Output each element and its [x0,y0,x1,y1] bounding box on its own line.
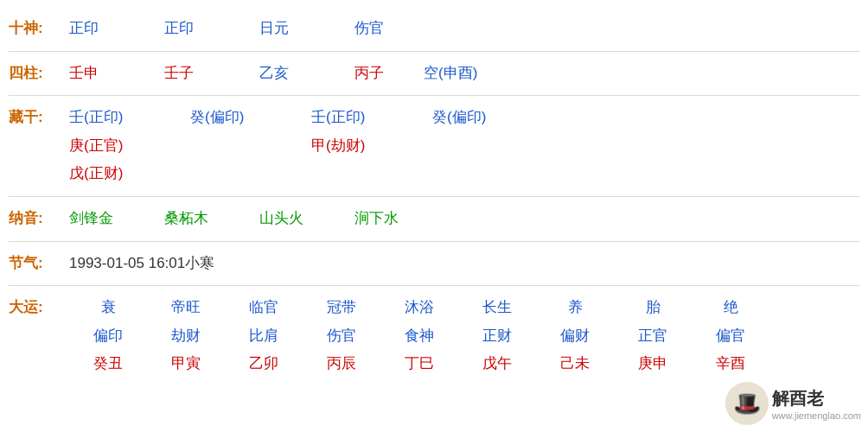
nayin-item-2: 山头火 [259,206,354,232]
sizhu-item-0: 壬申 [69,60,164,87]
dayun-row-2: 癸丑 甲寅 乙卯 丙辰 丁巳 戊午 己未 庚申 辛酉 [69,351,859,378]
dayun-r1-4: 食神 [380,323,458,350]
dayun-r1-8: 偏官 [692,323,769,350]
dayun-r1-5: 正财 [458,323,536,350]
shishen-label: 十神: [9,16,69,42]
jieqi-section: 节气: 1993-01-05 16:01小寒 [0,244,868,284]
dayun-content: 衰 帝旺 临官 冠带 沐浴 长生 养 胎 绝 偏印 劫财 比肩 伤官 食神 正财… [69,295,859,378]
jieqi-content: 1993-01-05 16:01小寒 [69,251,859,277]
divider-3 [9,196,859,197]
sizhu-item-3: 丙子 [354,60,424,87]
zanggan-r0-2: 壬(正印) [311,105,432,131]
dayun-row-0: 衰 帝旺 临官 冠带 沐浴 长生 养 胎 绝 [69,295,859,321]
nayin-item-1: 桑柘木 [164,206,259,232]
dayun-r0-2: 临官 [225,295,303,321]
watermark: 🎩 解酉老 www.jiemenglao.com [725,382,861,425]
shishen-content: 正印 正印 日元 伤官 [69,16,859,42]
dayun-r0-3: 冠带 [303,295,380,321]
nayin-item-0: 剑锋金 [69,206,164,232]
sizhu-label: 四柱: [9,60,69,87]
zanggan-r0-0: 壬(正印) [69,105,190,131]
dayun-r1-0: 偏印 [69,323,147,350]
dayun-r0-8: 绝 [692,295,769,321]
dayun-r0-5: 长生 [458,295,536,321]
dayun-r2-2: 乙卯 [225,351,303,378]
watermark-sub-text: www.jiemenglao.com [772,410,861,421]
dayun-r1-6: 偏财 [536,323,614,350]
nayin-section: 纳音: 剑锋金 桑柘木 山头火 涧下水 [0,199,868,239]
shishen-item-0: 正印 [69,16,164,42]
zanggan-r1-3 [432,133,553,160]
shishen-item-2: 日元 [259,16,354,42]
sizhu-item-2: 乙亥 [259,60,354,87]
zanggan-row-1: 庚(正官) 甲(劫财) [69,133,859,160]
shishen-item-1: 正印 [164,16,259,42]
dayun-r2-6: 己未 [536,351,614,378]
zanggan-row-0: 壬(正印) 癸(偏印) 壬(正印) 癸(偏印) [69,105,859,131]
zanggan-r2-0: 戊(正财) [69,161,190,187]
zanggan-r0-1: 癸(偏印) [190,105,311,131]
dayun-r0-0: 衰 [69,295,147,321]
dayun-section: 大运: 衰 帝旺 临官 冠带 沐浴 长生 养 胎 绝 偏印 劫财 比肩 伤官 食… [0,288,868,384]
dayun-label: 大运: [9,295,69,321]
zanggan-r1-0: 庚(正官) [69,133,190,160]
dayun-r0-4: 沐浴 [380,295,458,321]
divider-2 [9,95,859,96]
dayun-r2-3: 丙辰 [303,351,380,378]
zanggan-section: 藏干: 壬(正印) 癸(偏印) 壬(正印) 癸(偏印) 庚(正官) 甲(劫财) … [0,98,868,194]
zanggan-r1-2: 甲(劫财) [311,133,432,160]
dayun-r2-0: 癸丑 [69,351,147,378]
sizhu-kong: 空(申酉) [424,60,477,87]
watermark-main-text: 解酉老 [772,387,824,410]
dayun-r1-1: 劫财 [147,323,225,350]
sizhu-item-1: 壬子 [164,60,259,87]
dayun-r1-7: 正官 [614,323,692,350]
dayun-r2-4: 丁巳 [380,351,458,378]
zanggan-r1-1 [190,133,311,160]
nayin-label: 纳音: [9,206,69,232]
dayun-r0-6: 养 [536,295,614,321]
jieqi-text: 1993-01-05 16:01小寒 [69,255,214,271]
watermark-logo: 🎩 [725,382,769,425]
dayun-r1-3: 伤官 [303,323,380,350]
zanggan-content: 壬(正印) 癸(偏印) 壬(正印) 癸(偏印) 庚(正官) 甲(劫财) 戊(正财… [69,105,859,187]
dayun-r0-1: 帝旺 [147,295,225,321]
nayin-item-3: 涧下水 [354,206,450,232]
dayun-r2-5: 戊午 [458,351,536,378]
divider-4 [9,241,859,242]
dayun-r2-8: 辛酉 [692,351,769,378]
zanggan-r0-3: 癸(偏印) [432,105,553,131]
zanggan-row-2: 戊(正财) [69,161,859,187]
dayun-row-1: 偏印 劫财 比肩 伤官 食神 正财 偏财 正官 偏官 [69,323,859,350]
zanggan-label: 藏干: [9,105,69,131]
divider-1 [9,51,859,52]
watermark-icon: 🎩 [733,391,761,417]
nayin-content: 剑锋金 桑柘木 山头火 涧下水 [69,206,859,232]
jieqi-label: 节气: [9,251,69,277]
watermark-text-block: 解酉老 www.jiemenglao.com [772,387,861,421]
shishen-item-3: 伤官 [354,16,450,42]
sizhu-content: 壬申 壬子 乙亥 丙子 空(申酉) [69,60,859,87]
dayun-r2-7: 庚申 [614,351,692,378]
divider-5 [9,285,859,286]
dayun-r0-7: 胎 [614,295,692,321]
dayun-r2-1: 甲寅 [147,351,225,378]
sizhu-section: 四柱: 壬申 壬子 乙亥 丙子 空(申酉) [0,54,868,94]
shishen-section: 十神: 正印 正印 日元 伤官 [0,9,868,49]
dayun-r1-2: 比肩 [225,323,303,350]
